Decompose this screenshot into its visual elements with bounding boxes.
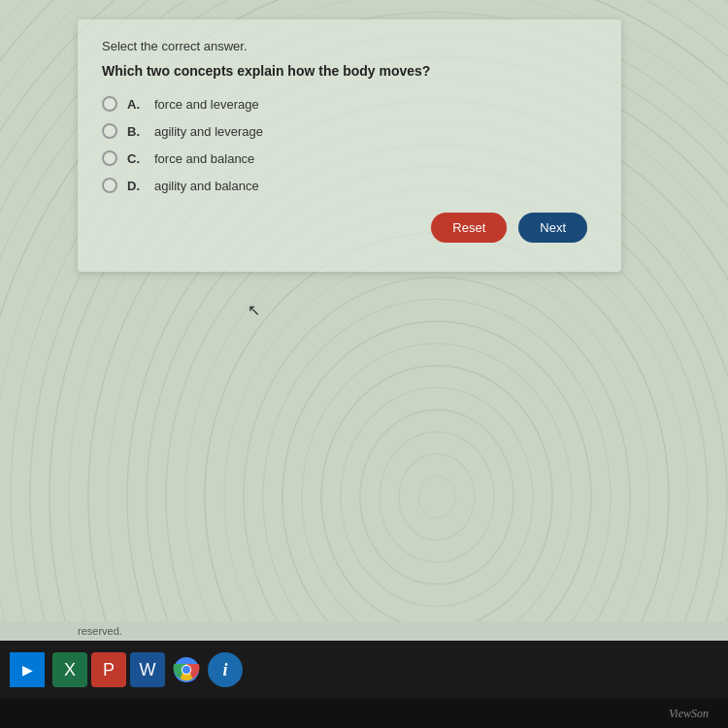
radio-b[interactable] <box>102 123 117 139</box>
next-button[interactable]: Next <box>518 213 587 243</box>
monitor-bar: ViewSon <box>0 699 728 728</box>
option-a[interactable]: A. force and leverage <box>102 96 597 112</box>
powerpoint-icon: P <box>103 660 115 680</box>
option-d-text: agility and balance <box>154 179 259 193</box>
word-icon: W <box>140 660 156 680</box>
option-d[interactable]: D. agility and balance <box>102 178 597 193</box>
taskbar-powerpoint[interactable]: P <box>91 652 126 687</box>
option-b-text: agility and leverage <box>154 124 263 139</box>
option-b[interactable]: B. agility and leverage <box>102 123 597 139</box>
content-area: Select the correct answer. Which two con… <box>0 0 728 621</box>
radio-c[interactable] <box>102 150 117 166</box>
start-icon: ▶ <box>22 662 33 678</box>
copyright-bar: reserved. <box>0 621 728 641</box>
option-b-label: B. <box>127 124 147 139</box>
quiz-card: Select the correct answer. Which two con… <box>78 19 621 272</box>
excel-icon: X <box>64 660 76 680</box>
question-text: Which two concepts explain how the body … <box>102 63 597 79</box>
monitor-brand: ViewSon <box>669 707 709 721</box>
radio-d[interactable] <box>102 178 117 193</box>
buttons-row: Reset Next <box>102 213 597 243</box>
option-d-label: D. <box>127 179 147 193</box>
radio-a[interactable] <box>102 96 117 112</box>
screen: Select the correct answer. Which two con… <box>0 0 728 728</box>
option-c-label: C. <box>127 151 147 166</box>
taskbar-chrome[interactable] <box>169 652 204 687</box>
option-c[interactable]: C. force and balance <box>102 150 597 166</box>
start-button[interactable]: ▶ <box>10 652 45 687</box>
chrome-icon <box>173 656 200 683</box>
copyright-text: reserved. <box>78 625 122 637</box>
taskbar: ▶ X P W i <box>0 641 728 699</box>
option-a-label: A. <box>127 97 147 112</box>
taskbar-word[interactable]: W <box>130 652 165 687</box>
options-list: A. force and leverage B. agility and lev… <box>102 96 597 193</box>
reset-button[interactable]: Reset <box>431 213 507 243</box>
instruction-text: Select the correct answer. <box>102 39 597 53</box>
option-a-text: force and leverage <box>154 97 259 112</box>
taskbar-excel[interactable]: X <box>52 652 87 687</box>
info-icon: i <box>222 660 227 680</box>
option-c-text: force and balance <box>154 151 254 166</box>
taskbar-info[interactable]: i <box>208 652 243 687</box>
svg-point-4 <box>182 666 190 674</box>
